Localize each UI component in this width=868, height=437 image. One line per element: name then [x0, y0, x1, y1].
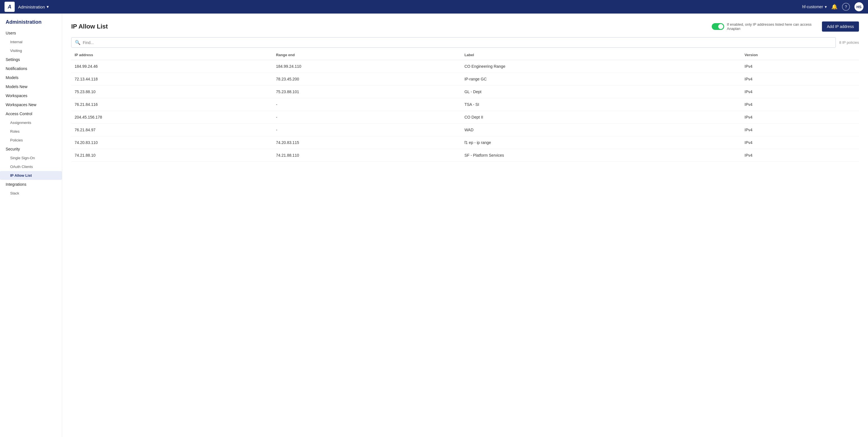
toggle-label-text: If enabled, only IP addresses listed her… — [727, 22, 817, 31]
user-avatar[interactable]: HS — [855, 2, 864, 11]
cell-version: IPv4 — [741, 124, 859, 136]
sidebar-item-workspaces-new[interactable]: Workspaces New — [0, 100, 62, 109]
toggle-knob — [718, 24, 723, 29]
table-row[interactable]: 74.21.88.10 74.21.88.110 SF - Platform S… — [71, 149, 859, 162]
table-row[interactable]: 184.99.24.46 184.99.24.110 CO Engineerin… — [71, 60, 859, 73]
cell-range-end: 184.99.24.110 — [273, 60, 461, 73]
table-row[interactable]: 75.23.88.10 75.23.88.101 GL - Dept IPv4 — [71, 86, 859, 98]
sidebar-item-users[interactable]: Users — [0, 29, 62, 38]
sidebar-item-policies[interactable]: Policies — [0, 136, 62, 144]
table-row[interactable]: 204.45.156.178 - CO Dept II IPv4 — [71, 111, 859, 124]
cell-version: IPv4 — [741, 60, 859, 73]
cell-ip: 184.99.24.46 — [71, 60, 273, 73]
sidebar-item-slack[interactable]: Slack — [0, 189, 62, 198]
sidebar-item-ip-allow-list[interactable]: IP Allow List — [0, 171, 62, 180]
ip-allowlist-toggle[interactable] — [712, 23, 724, 30]
sidebar-item-roles[interactable]: Roles — [0, 127, 62, 136]
sidebar-item-internal[interactable]: Internal — [0, 38, 62, 46]
cell-version: IPv4 — [741, 136, 859, 149]
search-row: 🔍 8 IP policies — [71, 37, 859, 48]
top-nav-title-text: Administration — [18, 4, 45, 9]
main-content: IP Allow List If enabled, only IP addres… — [62, 13, 868, 437]
cell-label: GL - Dept — [461, 86, 741, 98]
main-layout: Administration Users Internal Visiting S… — [0, 13, 868, 437]
cell-label: f1 ep - ip range — [461, 136, 741, 149]
sidebar-item-models[interactable]: Models — [0, 73, 62, 82]
col-version: Version — [741, 50, 859, 60]
cell-range-end: - — [273, 124, 461, 136]
cell-ip: 75.23.88.10 — [71, 86, 273, 98]
customer-name: hf-customer — [802, 4, 823, 9]
cell-label: SF - Platform Services — [461, 149, 741, 162]
sidebar-item-security[interactable]: Security — [0, 144, 62, 154]
table-row[interactable]: 72.13.44.118 78.23.45.200 IP-range GC IP… — [71, 73, 859, 86]
sidebar-item-integrations[interactable]: Integrations — [0, 180, 62, 189]
cell-ip: 76.21.84.97 — [71, 124, 273, 136]
col-ip-address: IP address — [71, 50, 273, 60]
cell-ip: 76.21.84.116 — [71, 98, 273, 111]
sidebar-item-single-sign-on[interactable]: Single Sign-On — [0, 154, 62, 162]
search-icon: 🔍 — [75, 40, 81, 45]
table-row[interactable]: 76.21.84.97 - WAD IPv4 — [71, 124, 859, 136]
table-row[interactable]: 76.21.84.116 - TSA - SI IPv4 — [71, 98, 859, 111]
cell-label: CO Dept II — [461, 111, 741, 124]
cell-ip: 204.45.156.178 — [71, 111, 273, 124]
ip-count-label: 8 IP policies — [839, 40, 859, 44]
cell-version: IPv4 — [741, 73, 859, 86]
top-nav-title[interactable]: Administration ▾ — [18, 4, 49, 9]
top-nav-right: hf-customer ▾ 🔔 ? HS — [802, 2, 864, 11]
cell-version: IPv4 — [741, 111, 859, 124]
cell-label: CO Engineering Range — [461, 60, 741, 73]
cell-range-end: - — [273, 111, 461, 124]
cell-range-end: - — [273, 98, 461, 111]
table-header: IP address Range end Label Version — [71, 50, 859, 60]
add-ip-address-button[interactable]: Add IP address — [822, 22, 859, 32]
ip-table: IP address Range end Label Version 184.9… — [71, 50, 859, 162]
sidebar-item-visiting[interactable]: Visiting — [0, 46, 62, 55]
top-nav-left: A Administration ▾ — [4, 2, 49, 12]
customer-selector[interactable]: hf-customer ▾ — [802, 4, 827, 9]
page-header: IP Allow List If enabled, only IP addres… — [71, 22, 859, 32]
cell-label: TSA - SI — [461, 98, 741, 111]
cell-range-end: 78.23.45.200 — [273, 73, 461, 86]
sidebar-item-access-control[interactable]: Access Control — [0, 109, 62, 118]
cell-ip: 74.20.83.110 — [71, 136, 273, 149]
customer-chevron-icon: ▾ — [825, 4, 827, 9]
cell-ip: 72.13.44.118 — [71, 73, 273, 86]
sidebar-item-settings[interactable]: Settings — [0, 55, 62, 64]
page-title: IP Allow List — [71, 23, 108, 30]
col-range-end: Range end — [273, 50, 461, 60]
notification-bell-icon[interactable]: 🔔 — [831, 4, 837, 10]
page-header-right: If enabled, only IP addresses listed her… — [712, 22, 859, 32]
search-input[interactable] — [83, 40, 832, 45]
cell-version: IPv4 — [741, 86, 859, 98]
table-body: 184.99.24.46 184.99.24.110 CO Engineerin… — [71, 60, 859, 162]
cell-label: WAD — [461, 124, 741, 136]
app-logo: A — [4, 2, 15, 12]
top-nav: A Administration ▾ hf-customer ▾ 🔔 ? HS — [0, 0, 868, 13]
cell-version: IPv4 — [741, 149, 859, 162]
sidebar-item-assignments[interactable]: Assignments — [0, 118, 62, 127]
sidebar-heading: Administration — [0, 13, 62, 29]
cell-label: IP-range GC — [461, 73, 741, 86]
cell-range-end: 74.20.83.115 — [273, 136, 461, 149]
sidebar-item-workspaces[interactable]: Workspaces — [0, 91, 62, 100]
search-box: 🔍 — [71, 37, 836, 48]
cell-ip: 74.21.88.10 — [71, 149, 273, 162]
sidebar: Administration Users Internal Visiting S… — [0, 13, 62, 437]
cell-range-end: 74.21.88.110 — [273, 149, 461, 162]
sidebar-item-notifications[interactable]: Notifications — [0, 64, 62, 73]
cell-range-end: 75.23.88.101 — [273, 86, 461, 98]
enable-toggle-container: If enabled, only IP addresses listed her… — [712, 22, 817, 31]
sidebar-item-oauth-clients[interactable]: OAuth Clients — [0, 162, 62, 171]
chevron-down-icon: ▾ — [46, 4, 49, 9]
help-icon[interactable]: ? — [842, 3, 850, 11]
cell-version: IPv4 — [741, 98, 859, 111]
sidebar-item-models-new[interactable]: Models New — [0, 82, 62, 91]
col-label: Label — [461, 50, 741, 60]
table-row[interactable]: 74.20.83.110 74.20.83.115 f1 ep - ip ran… — [71, 136, 859, 149]
